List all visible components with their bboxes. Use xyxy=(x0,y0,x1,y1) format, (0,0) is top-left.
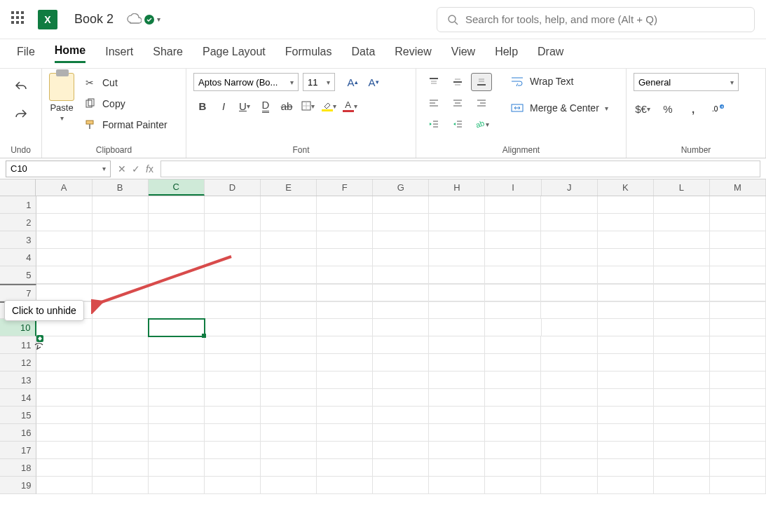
search-box[interactable] xyxy=(437,7,755,32)
cell-G9[interactable] xyxy=(373,301,429,319)
undo-button[interactable] xyxy=(12,77,30,95)
row-header-15[interactable]: 15 xyxy=(0,407,36,424)
cell-E3[interactable] xyxy=(261,231,317,249)
cell-E18[interactable] xyxy=(261,459,317,477)
fx-button[interactable]: fx xyxy=(146,163,153,175)
cell-J17[interactable] xyxy=(541,442,597,459)
cell-C19[interactable] xyxy=(149,477,205,494)
cell-K2[interactable] xyxy=(598,214,654,231)
cell-E7[interactable] xyxy=(261,284,317,301)
column-header-I[interactable]: I xyxy=(485,179,541,196)
cell-C16[interactable] xyxy=(149,424,205,442)
cell-M10[interactable] xyxy=(710,319,766,336)
underline-button[interactable]: U▾ xyxy=(235,97,254,115)
cell-L3[interactable] xyxy=(654,231,710,249)
cell-M5[interactable] xyxy=(710,266,766,284)
cell-E10[interactable] xyxy=(261,319,317,336)
cell-G10[interactable] xyxy=(373,319,429,336)
row-header-11[interactable]: 11 xyxy=(0,336,36,354)
cell-L16[interactable] xyxy=(654,424,710,442)
cell-J2[interactable] xyxy=(541,214,597,231)
cell-A10[interactable] xyxy=(36,319,93,336)
double-underline-button[interactable]: D xyxy=(257,97,275,115)
cell-J15[interactable] xyxy=(541,407,597,424)
strikethrough-button[interactable]: ab xyxy=(278,97,296,115)
tab-share[interactable]: Share xyxy=(153,46,183,62)
cell-G12[interactable] xyxy=(373,354,429,371)
cell-G18[interactable] xyxy=(373,459,429,477)
cell-K3[interactable] xyxy=(598,231,654,249)
font-name-combo[interactable]: Aptos Narrow (Bo...▾ xyxy=(193,73,299,91)
cell-D7[interactable] xyxy=(205,284,261,301)
cell-H2[interactable] xyxy=(429,214,485,231)
grow-font-button[interactable]: A▴ xyxy=(343,73,362,91)
italic-button[interactable]: I xyxy=(214,97,233,115)
cell-E14[interactable] xyxy=(261,389,317,407)
cell-K13[interactable] xyxy=(598,371,654,389)
cell-B17[interactable] xyxy=(93,442,149,459)
app-launcher-icon[interactable] xyxy=(11,11,28,28)
cell-B10[interactable] xyxy=(93,319,149,336)
cell-A16[interactable] xyxy=(36,424,93,442)
cell-D10[interactable] xyxy=(205,319,261,336)
copy-button[interactable]: Copy xyxy=(80,95,170,112)
cell-B18[interactable] xyxy=(93,459,149,477)
align-left-button[interactable] xyxy=(423,94,444,112)
cell-M11[interactable] xyxy=(710,336,766,354)
cell-I5[interactable] xyxy=(485,266,541,284)
cell-E12[interactable] xyxy=(261,354,317,371)
cell-H5[interactable] xyxy=(429,266,485,284)
cell-K11[interactable] xyxy=(598,336,654,354)
cell-D13[interactable] xyxy=(205,371,261,389)
row-header-13[interactable]: 13 xyxy=(0,371,36,389)
cell-L7[interactable] xyxy=(654,284,710,301)
cell-I3[interactable] xyxy=(485,231,541,249)
column-header-L[interactable]: L xyxy=(654,179,710,196)
cell-I14[interactable] xyxy=(485,389,541,407)
cell-G17[interactable] xyxy=(373,442,429,459)
paste-button[interactable]: Paste ▾ xyxy=(49,73,74,122)
cell-A15[interactable] xyxy=(36,407,93,424)
column-header-J[interactable]: J xyxy=(542,179,598,196)
cell-B2[interactable] xyxy=(93,214,149,231)
column-header-D[interactable]: D xyxy=(205,179,261,196)
cell-K16[interactable] xyxy=(598,424,654,442)
cell-G19[interactable] xyxy=(373,477,429,494)
cell-L18[interactable] xyxy=(654,459,710,477)
cell-K18[interactable] xyxy=(598,459,654,477)
cell-D17[interactable] xyxy=(205,442,261,459)
cell-A19[interactable] xyxy=(36,477,93,494)
cell-J18[interactable] xyxy=(541,459,597,477)
formula-input[interactable] xyxy=(160,161,760,177)
cell-F10[interactable] xyxy=(317,319,373,336)
cell-F5[interactable] xyxy=(317,266,373,284)
cell-I11[interactable] xyxy=(485,336,541,354)
cell-J1[interactable] xyxy=(541,196,597,214)
cell-K10[interactable] xyxy=(598,319,654,336)
decrease-indent-button[interactable] xyxy=(423,115,444,133)
cell-I9[interactable] xyxy=(485,301,541,319)
cell-H1[interactable] xyxy=(429,196,485,214)
cell-F1[interactable] xyxy=(317,196,373,214)
name-box[interactable]: C10▾ xyxy=(6,161,111,177)
worksheet-grid[interactable]: ABCDEFGHIJKLM 12345791011121314151617181… xyxy=(0,179,766,494)
cell-H17[interactable] xyxy=(429,442,485,459)
cell-M19[interactable] xyxy=(710,477,766,494)
cell-H14[interactable] xyxy=(429,389,485,407)
cell-A17[interactable] xyxy=(36,442,93,459)
cell-B14[interactable] xyxy=(93,389,149,407)
cell-D1[interactable] xyxy=(205,196,261,214)
cell-E17[interactable] xyxy=(261,442,317,459)
cell-D18[interactable] xyxy=(205,459,261,477)
cut-button[interactable]: ✂Cut xyxy=(80,74,170,91)
cell-M18[interactable] xyxy=(710,459,766,477)
wrap-text-button[interactable]: Wrap Text xyxy=(507,73,611,90)
cell-D9[interactable] xyxy=(205,301,261,319)
cell-C10[interactable] xyxy=(149,319,205,336)
cell-C17[interactable] xyxy=(149,442,205,459)
cell-B15[interactable] xyxy=(93,407,149,424)
tab-view[interactable]: View xyxy=(451,46,475,62)
cell-G7[interactable] xyxy=(373,284,429,301)
cell-H11[interactable] xyxy=(429,336,485,354)
cell-I10[interactable] xyxy=(485,319,541,336)
